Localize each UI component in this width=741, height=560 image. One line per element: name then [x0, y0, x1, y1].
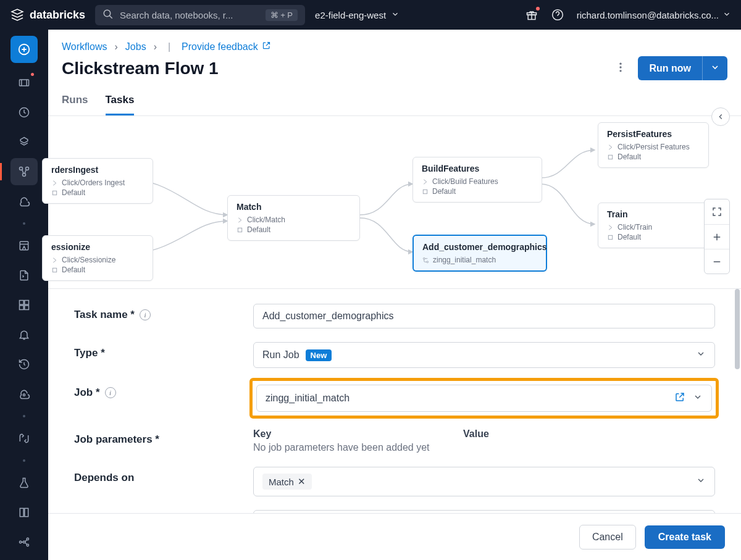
svg-rect-17	[25, 508, 28, 516]
remove-chip-button[interactable]: ✕	[298, 476, 306, 487]
svg-point-0	[104, 10, 111, 17]
chevron-down-icon	[722, 10, 731, 20]
chevron-down-icon	[391, 10, 400, 20]
sidebar-item-history[interactable]	[10, 351, 38, 378]
svg-point-18	[20, 541, 22, 543]
svg-rect-14	[25, 306, 29, 310]
params-value-header: Value	[463, 428, 489, 440]
task-node-match[interactable]: Match Click/Match Default	[227, 195, 360, 241]
sidebar-item-dashboards[interactable]	[10, 291, 38, 319]
sidebar-item-editor[interactable]	[10, 262, 38, 289]
workspace-selector[interactable]: e2-field-eng-west	[315, 10, 400, 20]
sidebar-item-data[interactable]	[10, 69, 38, 96]
no-params-message: No job parameters have been added yet	[253, 442, 715, 453]
chevron-down-icon	[693, 392, 703, 404]
svg-point-23	[620, 66, 622, 68]
zoom-in-button[interactable]	[705, 224, 729, 249]
svg-rect-28	[238, 228, 241, 232]
zoom-out-button[interactable]	[705, 249, 729, 274]
sidebar-item-experiments[interactable]	[10, 469, 38, 496]
svg-point-22	[620, 62, 622, 64]
sidebar-item-compute[interactable]	[10, 188, 38, 215]
sidebar-item-pipelines[interactable]	[10, 425, 38, 452]
svg-rect-13	[20, 306, 24, 310]
svg-point-31	[427, 261, 429, 262]
more-actions-button[interactable]	[611, 57, 630, 80]
job-label: Job *	[74, 387, 100, 399]
new-button[interactable]	[10, 36, 38, 63]
type-select[interactable]: Run Job New	[253, 342, 715, 368]
svg-point-30	[423, 257, 425, 259]
new-badge: New	[306, 349, 332, 361]
brand-name: databricks	[30, 9, 85, 22]
svg-rect-12	[25, 301, 29, 305]
create-task-button[interactable]: Create task	[645, 525, 725, 549]
user-menu[interactable]: richard.tomlinson@databricks.co...	[577, 10, 731, 20]
search-shortcut: ⌘ + P	[266, 9, 298, 21]
chevron-right-icon: ›	[154, 41, 157, 52]
svg-point-24	[620, 70, 622, 72]
page-title: Clickstream Flow 1	[62, 59, 219, 78]
svg-point-9	[23, 173, 26, 177]
task-name-input[interactable]	[253, 304, 715, 328]
params-key-header: Key	[253, 428, 463, 440]
task-node-persist-features[interactable]: PersistFeatures Click/Persist Features D…	[598, 122, 709, 168]
task-node-sessionize[interactable]: essionize Click/Sessionize Default	[42, 235, 153, 281]
sidebar-item-alerts[interactable]	[10, 321, 38, 348]
sidebar-item-warehouse[interactable]	[10, 380, 38, 407]
run-if-select[interactable]: All succeeded	[253, 510, 715, 513]
left-sidebar	[0, 30, 48, 560]
tab-runs[interactable]: Runs	[62, 94, 88, 115]
search-placeholder: Search data, notebooks, r...	[120, 10, 259, 20]
global-search[interactable]: Search data, notebooks, r... ⌘ + P	[95, 5, 305, 25]
svg-rect-16	[20, 508, 23, 516]
sidebar-item-catalog[interactable]	[10, 128, 38, 156]
svg-rect-27	[52, 268, 56, 272]
external-link-icon	[262, 41, 271, 52]
brand-logo[interactable]: databricks	[10, 7, 85, 22]
svg-rect-32	[608, 155, 612, 159]
svg-point-15	[23, 394, 25, 396]
run-now-button[interactable]: Run now	[638, 56, 702, 80]
sidebar-item-workflows[interactable]	[10, 158, 38, 185]
run-dropdown-button[interactable]	[702, 56, 727, 80]
task-node-add-customer-demographics[interactable]: Add_customer_demographics zingg_initial_…	[412, 235, 547, 272]
sidebar-item-recent[interactable]	[10, 99, 38, 126]
cancel-button[interactable]: Cancel	[579, 525, 636, 550]
task-node-build-features[interactable]: BuildFeatures Click/Build Features Defau…	[412, 157, 542, 203]
sidebar-item-models[interactable]	[10, 529, 38, 556]
info-icon[interactable]: i	[140, 309, 151, 320]
task-graph-canvas[interactable]: rdersIngest Click/Orders Ingest Default …	[48, 116, 741, 288]
search-icon	[103, 9, 114, 22]
databricks-icon	[10, 7, 25, 22]
chevron-down-icon	[696, 349, 706, 361]
sidebar-item-features[interactable]	[10, 499, 38, 526]
task-node-train[interactable]: Train Click/Train Default	[598, 203, 709, 248]
dependency-chip: Match✕	[262, 474, 312, 490]
breadcrumb-workflows[interactable]: Workflows	[62, 41, 107, 52]
type-label: Type *	[74, 347, 105, 359]
breadcrumb-jobs[interactable]: Jobs	[125, 41, 146, 52]
breadcrumb: Workflows › Jobs › | Provide feedback	[48, 30, 741, 52]
fit-view-button[interactable]	[705, 199, 729, 224]
job-parameters-label: Job parameters *	[74, 433, 159, 446]
svg-rect-26	[52, 191, 56, 194]
depends-on-select[interactable]: Match✕	[253, 467, 715, 496]
task-name-label: Task name *	[74, 309, 135, 321]
svg-rect-5	[20, 80, 29, 86]
chevron-down-icon	[696, 475, 706, 488]
svg-rect-29	[423, 190, 427, 193]
task-config-panel: Task name *i Type * Run Job New Job *i z…	[48, 289, 741, 513]
gift-icon[interactable]	[525, 8, 538, 22]
sidebar-item-sql[interactable]	[10, 232, 38, 259]
feedback-link[interactable]: Provide feedback	[182, 41, 271, 52]
chevron-right-icon: ›	[115, 41, 118, 52]
task-node-orders-ingest[interactable]: rdersIngest Click/Orders Ingest Default	[42, 158, 153, 204]
scrollbar[interactable]	[735, 289, 740, 369]
svg-point-21	[23, 541, 25, 543]
external-link-icon[interactable]	[674, 391, 685, 405]
info-icon[interactable]: i	[105, 387, 116, 398]
tab-tasks[interactable]: Tasks	[106, 94, 135, 115]
help-icon[interactable]	[551, 8, 564, 22]
job-select[interactable]: zingg_initial_match	[256, 385, 712, 412]
